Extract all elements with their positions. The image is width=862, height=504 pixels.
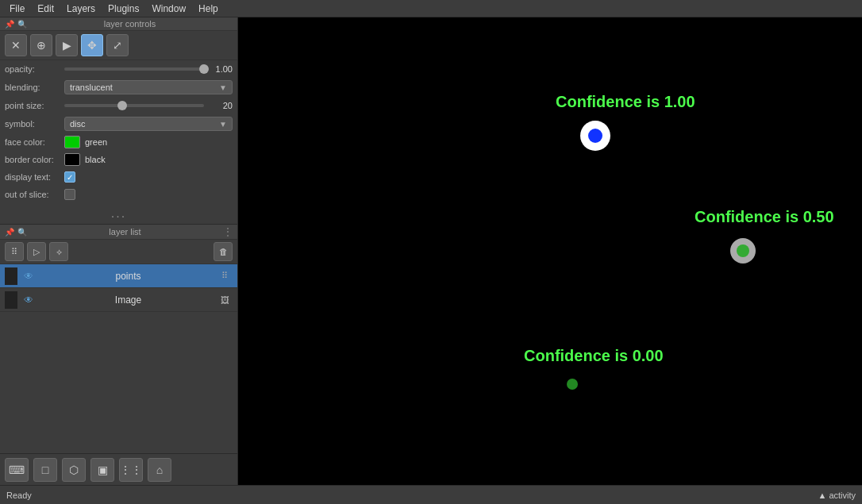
face-color-row: face color: green <box>0 133 237 151</box>
menubar: File Edit Layers Plugins Window Help <box>0 0 862 17</box>
border-color-row: border color: black <box>0 151 237 168</box>
transform-icon: ⤢ <box>113 39 122 52</box>
confidence-label-3: Confidence is 0.00 <box>524 347 664 365</box>
display-text-checkbox[interactable] <box>64 171 75 183</box>
statusbar: Ready ▲ activity <box>0 485 862 504</box>
border-color-swatch[interactable] <box>64 153 80 166</box>
symbol-row: symbol: disc ▼ <box>0 114 237 133</box>
bottom-toolbar: ⌨ □ ⬡ ▣ ⋮⋮ ⌂ <box>0 453 237 485</box>
header-left-icons: 📌 🔍 <box>5 20 27 29</box>
opacity-slider[interactable] <box>64 67 204 71</box>
blending-select[interactable]: translucent ▼ <box>64 80 233 94</box>
opacity-control: 1.00 <box>64 64 233 74</box>
transform-button[interactable]: ⤢ <box>106 34 129 56</box>
out-of-slice-label: out of slice: <box>5 190 64 199</box>
layer-points-visibility[interactable]: 👁 <box>21 268 37 284</box>
lasso-button[interactable]: ⟡ <box>49 242 68 261</box>
pin2-icon[interactable]: 📌 <box>5 228 14 237</box>
controls-toolbar: ✕ ⊕ ▶ ✥ ⤢ <box>0 31 237 60</box>
search-icon[interactable]: 🔍 <box>17 20 27 29</box>
square-button[interactable]: □ <box>33 458 57 482</box>
menu-plugins[interactable]: Plugins <box>102 2 145 16</box>
layer-list-toolbar: ⠿ ▷ ⟡ 🗑 <box>0 240 237 264</box>
home-button[interactable]: ⌂ <box>148 458 171 482</box>
blending-control: translucent ▼ <box>64 80 233 94</box>
menu-file[interactable]: File <box>3 2 31 16</box>
layer-controls-panel: 📌 🔍 layer controls ✕ ⊕ ▶ ✥ <box>0 17 237 225</box>
hex-icon: ⬡ <box>69 464 79 476</box>
terminal-icon: ⌨ <box>9 464 25 476</box>
home-icon: ⌂ <box>156 464 163 476</box>
point-size-label: point size: <box>5 101 64 110</box>
layer-image-name: Image <box>40 294 217 306</box>
more-options[interactable]: ... <box>0 203 237 224</box>
layer-image-visibility[interactable]: 👁 <box>21 292 37 308</box>
pin-icon[interactable]: 📌 <box>5 20 14 29</box>
border-color-label: border color: <box>5 155 64 164</box>
main-layout: 📌 🔍 layer controls ✕ ⊕ ▶ ✥ <box>0 17 862 485</box>
dots-button[interactable]: ⋮⋮ <box>119 458 143 482</box>
point-size-control: 20 <box>64 101 233 110</box>
canvas-area: Confidence is 1.00 Confidence is 0.50 Co… <box>238 17 862 485</box>
menu-window[interactable]: Window <box>145 2 192 16</box>
add-icon: ⊕ <box>37 39 46 52</box>
filter-button[interactable]: ▶ <box>56 34 78 56</box>
move-icon: ✥ <box>87 39 97 52</box>
point-size-thumb[interactable] <box>117 101 127 110</box>
dots-icon: ⋮⋮ <box>120 464 142 476</box>
blending-value: translucent <box>70 83 113 92</box>
border-color-name: black <box>85 155 106 164</box>
face-color-name: green <box>85 137 107 147</box>
opacity-value: 1.00 <box>209 64 233 74</box>
layer-list-title: layer list <box>27 227 223 237</box>
trash-icon: 🗑 <box>219 247 228 256</box>
display-text-row: display text: <box>0 168 237 186</box>
grid-select-button[interactable]: ⠿ <box>5 242 24 261</box>
filter-icon: ▶ <box>63 39 71 52</box>
layer-list-header: 📌 🔍 layer list ⋮ <box>0 225 237 240</box>
layer-image[interactable]: 👁 Image 🖼 <box>0 288 237 312</box>
opacity-row: opacity: 1.00 <box>0 60 237 78</box>
border-color-control: black <box>64 153 233 166</box>
search2-icon[interactable]: 🔍 <box>17 228 27 237</box>
out-of-slice-control <box>64 189 233 200</box>
point-inner-1 <box>588 129 602 143</box>
grid-button[interactable]: ▣ <box>90 458 114 482</box>
point-size-slider[interactable] <box>64 104 204 107</box>
delete-layer-button[interactable]: 🗑 <box>214 242 233 261</box>
out-of-slice-checkbox[interactable] <box>64 189 75 200</box>
symbol-label: symbol: <box>5 119 64 129</box>
console-button[interactable]: ⌨ <box>5 458 29 482</box>
layer-points-icon: ⠿ <box>217 268 233 284</box>
polygon-icon: ▷ <box>33 247 40 257</box>
blending-label: blending: <box>5 83 64 92</box>
point-3 <box>567 379 578 390</box>
face-color-swatch[interactable] <box>64 136 80 148</box>
layer-points[interactable]: 👁 points ⠿ <box>0 264 237 288</box>
point-outer-1 <box>580 121 610 151</box>
move-button[interactable]: ✥ <box>81 34 103 56</box>
face-color-label: face color: <box>5 137 64 147</box>
layer-list-menu-icon[interactable]: ⋮ <box>223 226 233 237</box>
polygon-button[interactable]: ▷ <box>27 242 46 261</box>
confidence-label-1: Confidence is 1.00 <box>556 93 695 111</box>
display-text-control <box>64 171 233 183</box>
grid2-icon: ▣ <box>98 464 108 476</box>
menu-edit[interactable]: Edit <box>31 2 60 16</box>
point-inner-2 <box>737 244 749 257</box>
menu-layers[interactable]: Layers <box>60 2 102 16</box>
blending-row: blending: translucent ▼ <box>0 78 237 97</box>
layer-list-header-icons: 📌 🔍 <box>5 228 27 237</box>
hex-button[interactable]: ⬡ <box>62 458 86 482</box>
symbol-select[interactable]: disc ▼ <box>64 117 233 131</box>
add-button[interactable]: ⊕ <box>30 34 52 56</box>
opacity-thumb[interactable] <box>199 64 209 74</box>
activity-button[interactable]: ▲ activity <box>818 491 856 500</box>
symbol-control: disc ▼ <box>64 117 233 131</box>
menu-help[interactable]: Help <box>192 2 225 16</box>
layer-image-icon: 🖼 <box>217 292 233 308</box>
symbol-value: disc <box>70 119 86 129</box>
symbol-arrow-icon: ▼ <box>219 120 227 129</box>
grid-icon: ⠿ <box>11 247 17 257</box>
delete-button[interactable]: ✕ <box>5 34 27 56</box>
